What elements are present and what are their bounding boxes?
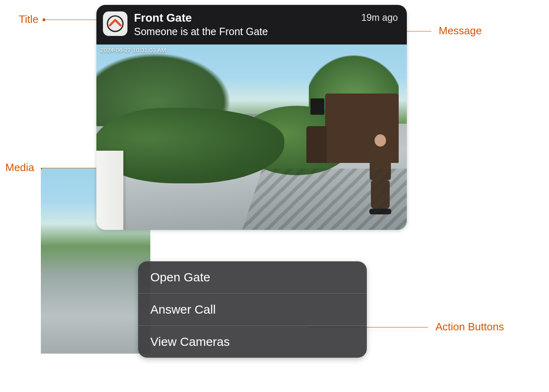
notification-title: Front Gate <box>134 11 355 24</box>
media-wall <box>96 151 123 230</box>
notification-header: Front Gate Someone is at the Front Gate … <box>96 5 407 45</box>
home-security-icon <box>106 15 124 33</box>
action-view-cameras[interactable]: View Cameras <box>138 325 367 358</box>
annotation-media: Media <box>5 161 34 174</box>
notification-text-block: Front Gate Someone is at the Front Gate <box>134 11 355 38</box>
app-icon <box>103 11 127 36</box>
action-menu: Open Gate Answer Call View Cameras <box>138 261 367 358</box>
svg-point-0 <box>107 16 123 31</box>
notification-timestamp: 19m ago <box>361 12 398 23</box>
annotation-title: Title <box>19 13 38 26</box>
action-open-gate[interactable]: Open Gate <box>138 261 367 293</box>
annotation-actions: Action Buttons <box>435 321 504 333</box>
notification-card[interactable]: Front Gate Someone is at the Front Gate … <box>96 5 407 230</box>
notification-media[interactable]: 2024-06-27 10:31:03 AM <box>96 45 407 230</box>
media-shadows <box>241 169 407 230</box>
annotation-message: Message <box>439 24 482 37</box>
action-answer-call[interactable]: Answer Call <box>138 293 367 325</box>
media-bushes <box>96 108 284 183</box>
media-timestamp: 2024-06-27 10:31:03 AM <box>100 47 166 53</box>
notification-message: Someone is at the Front Gate <box>134 25 355 38</box>
